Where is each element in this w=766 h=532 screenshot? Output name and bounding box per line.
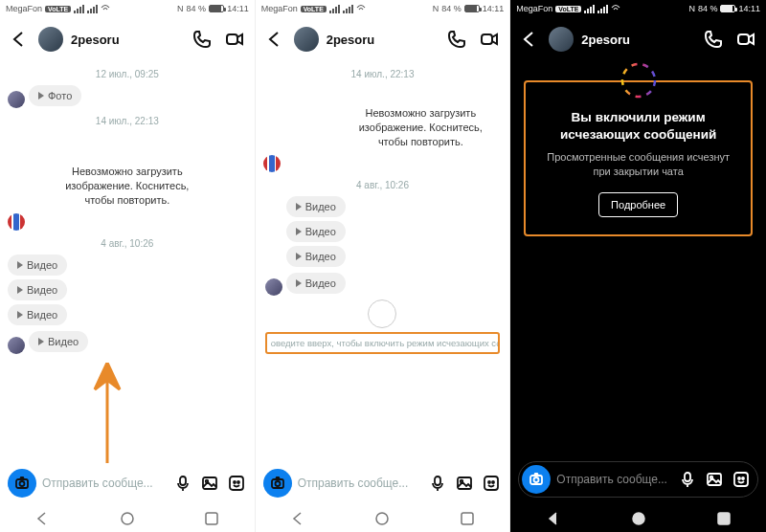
- svg-point-2: [20, 481, 25, 486]
- sticker-button[interactable]: [731, 469, 752, 490]
- svg-rect-10: [206, 513, 217, 524]
- play-icon: [17, 261, 23, 269]
- back-button[interactable]: [518, 28, 541, 51]
- audio-call-button[interactable]: [444, 27, 469, 52]
- message-input[interactable]: Отправить сообще...: [298, 477, 422, 490]
- sticker-button[interactable]: [481, 473, 502, 494]
- camera-button[interactable]: [8, 469, 36, 498]
- nav-recent[interactable]: [713, 508, 734, 529]
- nav-back[interactable]: [287, 508, 308, 529]
- avatar: [8, 213, 25, 231]
- svg-point-8: [237, 481, 239, 483]
- chat-body[interactable]: 12 июл., 09:25 Фото 14 июл., 22:13 Невоз…: [0, 61, 255, 463]
- svg-point-13: [275, 481, 280, 486]
- video-message[interactable]: Видео: [286, 246, 346, 267]
- chat-body[interactable]: 14 июл., 22:13 Невозможно загрузить изоб…: [256, 61, 510, 463]
- video-message[interactable]: Видео: [286, 221, 346, 242]
- wifi-icon: [101, 4, 110, 13]
- signal-icon: [329, 5, 340, 13]
- message-input[interactable]: Отправить сообще...: [42, 477, 167, 490]
- voice-button[interactable]: [677, 469, 698, 490]
- username[interactable]: 2pesoru: [71, 33, 182, 47]
- load-error[interactable]: Невозможно загрузить изображение. Коснит…: [56, 165, 199, 208]
- video-message[interactable]: Видео: [8, 255, 67, 276]
- play-icon: [296, 279, 302, 287]
- svg-rect-11: [482, 34, 492, 44]
- username[interactable]: 2pesoru: [581, 33, 693, 47]
- load-error[interactable]: Невозможно загрузить изображение. Коснит…: [349, 106, 492, 149]
- username[interactable]: 2pesoru: [327, 33, 438, 47]
- video-call-button[interactable]: [477, 27, 502, 52]
- message-row[interactable]: Фото: [8, 83, 247, 108]
- svg-point-30: [738, 477, 740, 479]
- signal-icon: [343, 5, 353, 13]
- gallery-button[interactable]: [199, 473, 220, 494]
- nav-recent[interactable]: [457, 508, 478, 529]
- svg-point-32: [633, 513, 644, 524]
- video-message[interactable]: Видео: [8, 304, 67, 325]
- battery-icon: [464, 5, 480, 12]
- svg-rect-14: [435, 477, 440, 485]
- svg-rect-17: [484, 477, 498, 490]
- timestamp: 12 июл., 09:25: [8, 69, 247, 79]
- wifi-icon: [356, 4, 366, 13]
- message-row[interactable]: Видео: [8, 329, 247, 354]
- audio-call-button[interactable]: [701, 27, 726, 52]
- photo-message[interactable]: Фото: [29, 85, 81, 106]
- sticker-button[interactable]: [226, 473, 247, 494]
- nav-home[interactable]: [628, 508, 649, 529]
- gallery-button[interactable]: [454, 473, 475, 494]
- svg-point-18: [488, 481, 490, 483]
- signal-icon: [584, 5, 595, 13]
- nav-home[interactable]: [117, 508, 138, 529]
- nav-home[interactable]: [372, 508, 393, 529]
- message-row[interactable]: Видео: [263, 271, 503, 296]
- video-message[interactable]: Видео: [8, 279, 67, 300]
- timestamp: 14 июл., 22:13: [8, 116, 247, 126]
- svg-point-31: [742, 477, 744, 479]
- learn-more-button[interactable]: Подробнее: [598, 192, 678, 217]
- vanish-mode-panel: Вы включили режим исчезающих сообщений П…: [524, 80, 753, 236]
- timestamp: 14 июл., 22:13: [263, 69, 503, 79]
- avatar: [8, 337, 25, 354]
- signal-icon: [74, 5, 84, 13]
- video-message[interactable]: Видео: [286, 196, 346, 217]
- play-icon: [17, 311, 23, 319]
- back-button[interactable]: [8, 28, 31, 51]
- message-input-bar: Отправить сообще...: [256, 463, 510, 505]
- vanish-hint: оведите вверх, чтобы включить режим исче…: [265, 332, 501, 354]
- status-bar: MegaFonVoLTE N 84 % 14:11: [0, 0, 255, 17]
- audio-call-button[interactable]: [190, 27, 214, 52]
- nav-recent[interactable]: [201, 508, 222, 529]
- voice-button[interactable]: [172, 473, 193, 494]
- back-button[interactable]: [263, 28, 286, 51]
- gallery-button[interactable]: [704, 469, 725, 490]
- camera-button[interactable]: [263, 469, 292, 498]
- nav-back[interactable]: [32, 508, 53, 529]
- chat-body[interactable]: Вы включили режим исчезающих сообщений П…: [510, 61, 766, 455]
- svg-rect-0: [227, 34, 237, 44]
- video-message[interactable]: Видео: [286, 273, 346, 294]
- annotation-arrow: [91, 363, 124, 463]
- svg-rect-22: [738, 34, 749, 44]
- video-call-button[interactable]: [733, 27, 758, 52]
- voice-button[interactable]: [427, 473, 448, 494]
- message-row: [8, 213, 247, 231]
- avatar[interactable]: [38, 27, 63, 52]
- svg-point-23: [622, 64, 655, 97]
- wifi-icon: [611, 4, 620, 13]
- svg-rect-21: [462, 513, 473, 524]
- message-input[interactable]: Отправить сообще...: [556, 473, 671, 486]
- svg-rect-26: [685, 473, 690, 481]
- nav-bar: [256, 505, 510, 532]
- svg-point-20: [376, 513, 388, 524]
- video-call-button[interactable]: [222, 27, 247, 52]
- vanish-subtitle: Просмотренные сообщения исчезнут при зак…: [537, 150, 739, 179]
- avatar[interactable]: [294, 27, 319, 52]
- nav-back[interactable]: [543, 508, 564, 529]
- svg-point-7: [234, 481, 236, 483]
- camera-button[interactable]: [522, 465, 551, 494]
- avatar[interactable]: [549, 27, 574, 52]
- play-icon: [38, 92, 44, 100]
- video-message[interactable]: Видео: [29, 331, 88, 352]
